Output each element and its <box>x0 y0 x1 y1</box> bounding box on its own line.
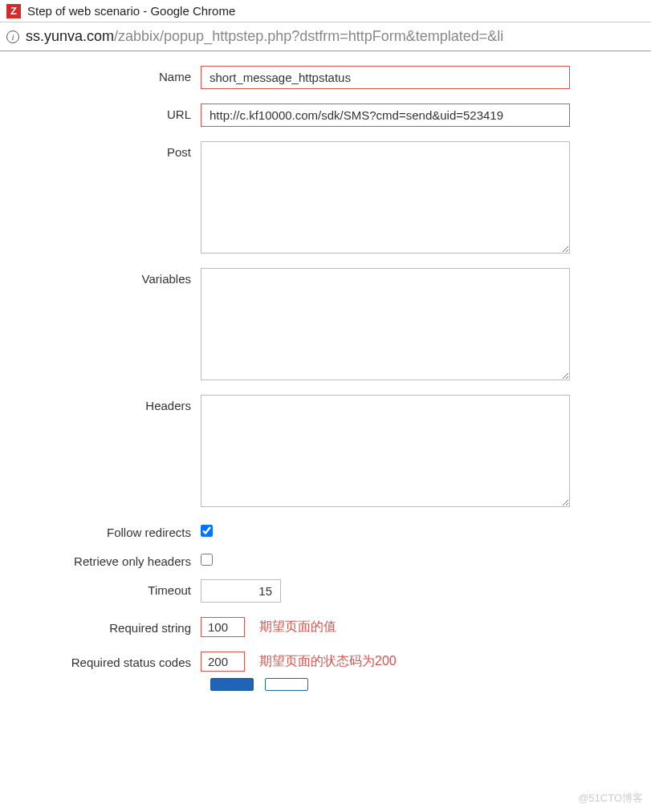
headers-label: Headers <box>16 395 201 412</box>
name-input[interactable] <box>201 66 570 89</box>
update-button[interactable] <box>210 678 254 691</box>
retrieve-headers-checkbox[interactable] <box>201 554 213 566</box>
timeout-label: Timeout <box>16 579 201 597</box>
url-path: /zabbix/popup_httpstep.php?dstfrm=httpFo… <box>114 28 503 44</box>
required-status-label: Required status codes <box>16 652 201 669</box>
required-string-annotation: 期望页面的值 <box>259 619 336 635</box>
window-title: Step of web scenario - Google Chrome <box>27 4 235 18</box>
form-content: Name URL Post Variables Headers Follow r… <box>0 51 651 691</box>
post-textarea[interactable] <box>201 141 570 254</box>
url-text: ss.yunva.com/zabbix/popup_httpstep.php?d… <box>26 28 503 45</box>
required-string-input[interactable] <box>201 617 245 637</box>
url-label: URL <box>16 104 201 121</box>
button-row <box>210 678 635 691</box>
follow-redirects-label: Follow redirects <box>16 522 201 539</box>
required-status-annotation: 期望页面的状态码为200 <box>259 653 397 670</box>
address-bar[interactable]: i ss.yunva.com/zabbix/popup_httpstep.php… <box>0 22 651 51</box>
url-input[interactable] <box>201 104 570 127</box>
name-label: Name <box>16 66 201 83</box>
variables-label: Variables <box>16 268 201 286</box>
window-titlebar: Z Step of web scenario - Google Chrome <box>0 0 651 22</box>
retrieve-headers-label: Retrieve only headers <box>16 550 201 568</box>
headers-textarea[interactable] <box>201 395 570 507</box>
zabbix-favicon: Z <box>6 4 21 18</box>
variables-textarea[interactable] <box>201 268 570 380</box>
required-status-input[interactable] <box>201 652 245 672</box>
timeout-input[interactable] <box>201 579 281 603</box>
watermark-text: @51CTO博客 <box>578 791 643 806</box>
url-domain: ss.yunva.com <box>26 28 114 44</box>
cancel-button[interactable] <box>265 678 308 691</box>
site-info-icon[interactable]: i <box>6 30 19 43</box>
follow-redirects-checkbox[interactable] <box>201 525 213 537</box>
post-label: Post <box>16 141 201 159</box>
required-string-label: Required string <box>16 617 201 635</box>
